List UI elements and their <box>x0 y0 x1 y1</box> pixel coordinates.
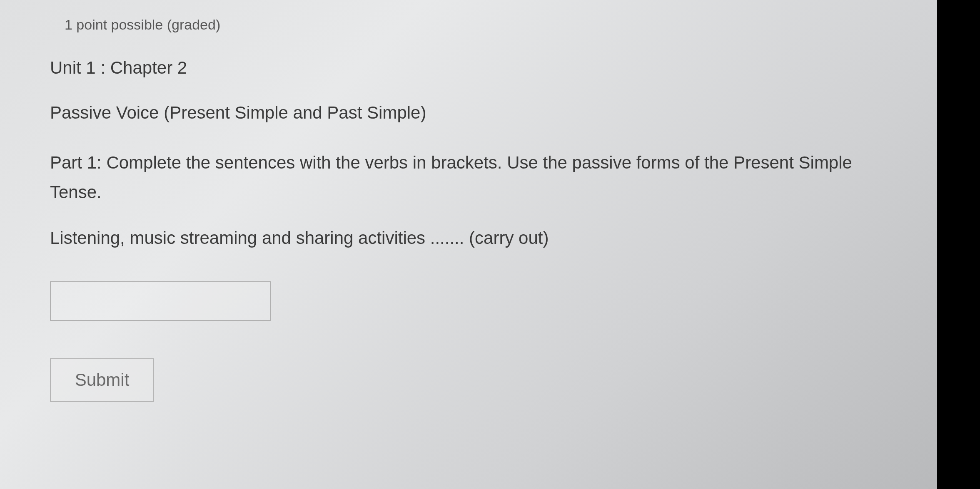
submit-button[interactable]: Submit <box>50 358 154 402</box>
exercise-page: 1 point possible (graded) Unit 1 : Chapt… <box>0 0 937 489</box>
answer-input[interactable] <box>50 281 271 321</box>
grammar-topic-title: Passive Voice (Present Simple and Past S… <box>50 103 895 123</box>
exercise-instructions: Part 1: Complete the sentences with the … <box>50 148 895 207</box>
unit-chapter-title: Unit 1 : Chapter 2 <box>50 58 895 78</box>
points-possible-label: 1 point possible (graded) <box>65 17 895 33</box>
question-sentence: Listening, music streaming and sharing a… <box>50 228 895 248</box>
